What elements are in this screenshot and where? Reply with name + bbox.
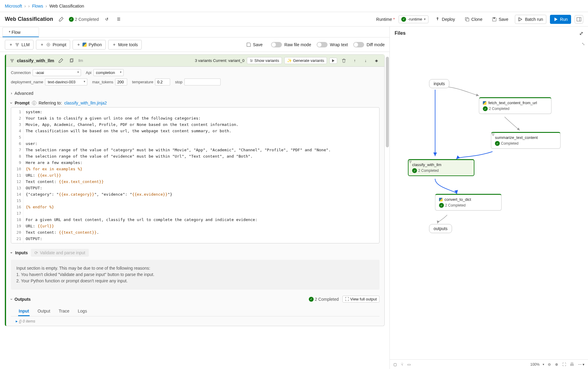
prompt-editor[interactable]: 123456789101112131415161718192021 system… [11, 107, 380, 243]
deployment-select[interactable]: text-davinci-003 [45, 79, 87, 85]
connection-select[interactable]: -aoai [33, 69, 81, 76]
save-button[interactable]: Save [489, 15, 511, 24]
check-icon: ✓ [495, 141, 500, 146]
wrap-text-toggle[interactable] [317, 42, 328, 47]
edit-icon[interactable] [57, 56, 65, 65]
graph-footer: ▢ ☟ ▭ 100% ▾ ⊖ ⊕ ⛶ 品 ⋯ ▾ [390, 359, 588, 369]
python-icon [483, 101, 486, 105]
maxtokens-input[interactable] [115, 79, 127, 85]
generate-variants-button[interactable]: ✨ Generate variants [284, 57, 327, 64]
svg-rect-2 [493, 18, 495, 19]
play-icon[interactable] [329, 58, 337, 64]
more-icon[interactable]: ⋯ ▾ [577, 362, 585, 367]
chevron-down-icon[interactable]: ▾ [543, 363, 544, 366]
chevron-right-icon: › [46, 4, 47, 8]
breadcrumb-current: Web Classification [49, 4, 84, 8]
zoom-in-icon[interactable]: ⊕ [554, 362, 559, 367]
deploy-button[interactable]: Deploy [432, 15, 458, 24]
layout-icon[interactable]: 品 [570, 361, 574, 367]
node-type-label: llm [78, 59, 83, 63]
add-prompt-button[interactable]: ＋ Prompt [36, 40, 70, 50]
svg-point-26 [411, 161, 412, 162]
batch-run-button[interactable]: Batch run [515, 15, 546, 24]
api-select[interactable]: completion [93, 69, 124, 76]
add-llm-button[interactable]: ＋ LLM [5, 40, 34, 50]
history-icon[interactable]: ↺ [102, 15, 111, 24]
check-icon: ✓ [412, 168, 417, 173]
tab-logs[interactable]: Logs [77, 307, 88, 316]
temperature-input[interactable] [155, 79, 170, 85]
inputs-section-header[interactable]: › Inputs ⟳ Validate and parse input [6, 246, 384, 260]
tab-output[interactable]: Output [37, 307, 51, 316]
edit-title-icon[interactable] [57, 15, 65, 24]
run-button[interactable]: Run [550, 15, 571, 24]
chevron-down-icon: ▾ [424, 17, 426, 21]
view-full-output-button[interactable]: ⛶ View full output [342, 296, 380, 303]
svg-point-22 [492, 133, 493, 134]
zoom-out-icon[interactable]: ⊖ [547, 362, 551, 367]
svg-point-14 [11, 61, 13, 62]
toolbar: ＋ LLM ＋ Prompt ＋ Python ＋ More tools Sav… [0, 37, 389, 52]
more-tools-button[interactable]: ＋ More tools [108, 40, 142, 50]
show-variants-button[interactable]: Show variants [247, 57, 282, 64]
arrow-down-icon[interactable]: ↓ [361, 56, 370, 65]
save-flow-button[interactable]: Save [243, 40, 266, 49]
graph-node-summarize[interactable]: summarize_text_content ✓Completed [491, 132, 561, 149]
zoom-level: 100% [530, 362, 540, 367]
check-icon: ✓ [401, 17, 406, 22]
svg-point-25 [409, 161, 410, 162]
list-icon[interactable]: ☰ [115, 15, 123, 24]
tab-trace[interactable]: Trace [58, 307, 70, 316]
advanced-accordion[interactable]: › Advanced [6, 88, 384, 99]
screen-icon[interactable]: ▭ [407, 362, 411, 367]
expand-icon[interactable]: ⤢ [579, 30, 583, 36]
chevron-right-icon: › [24, 4, 26, 8]
add-python-button[interactable]: ＋ Python [73, 40, 106, 50]
validate-input-button[interactable]: ⟳ Validate and parse input [31, 249, 89, 257]
raw-file-toggle[interactable] [271, 42, 282, 47]
check-icon: ✓ [69, 17, 74, 22]
outputs-section-header[interactable]: › Outputs ✓2 Completed ⛶ View full outpu… [6, 293, 384, 305]
graph-inputs-node[interactable]: inputs [429, 79, 449, 88]
chevron-right-icon: › [11, 91, 12, 95]
fit-icon[interactable]: ⛶ [562, 362, 567, 367]
image-icon[interactable]: ▢ [393, 362, 397, 367]
tab-flow[interactable]: * Flow [2, 27, 39, 37]
runtime-label: Runtime * [376, 17, 395, 22]
panel-icon[interactable] [575, 15, 583, 24]
prompt-accordion[interactable]: › Prompt i Referring to: classify_with_l… [6, 99, 384, 107]
llm-icon [409, 160, 412, 164]
scrollbar[interactable] [386, 57, 389, 147]
delete-icon[interactable] [340, 56, 348, 65]
svg-point-24 [493, 135, 494, 136]
graph-canvas[interactable]: ⤡ inputs fetch_text_content_from_url [390, 40, 588, 359]
svg-point-19 [250, 59, 251, 60]
graph-node-convert[interactable]: convert_to_dict ✓2 Completed [435, 194, 502, 210]
referring-file-link[interactable]: classify_with_llm.jinja2 [64, 101, 107, 105]
graph-node-fetch[interactable]: fetch_text_content_from_url ✓2 Completed [479, 97, 551, 114]
llm-icon [491, 133, 495, 136]
check-icon: ✓ [439, 203, 444, 208]
copy-icon[interactable] [67, 56, 76, 65]
graph-node-classify[interactable]: classify_with_llm ✓2 Completed [408, 159, 474, 176]
locate-icon[interactable]: ◈ [372, 56, 381, 65]
breadcrumb-flows[interactable]: Flows [32, 4, 43, 8]
svg-point-23 [493, 133, 494, 134]
clone-button[interactable]: Clone [462, 15, 486, 24]
stop-input[interactable] [184, 79, 221, 85]
svg-point-11 [48, 44, 49, 45]
diff-mode-toggle[interactable] [353, 42, 364, 47]
svg-point-7 [17, 45, 18, 46]
raw-file-label: Raw file mode [284, 42, 311, 47]
runtime-selector[interactable]: ✓ -runtime ▾ [399, 15, 429, 23]
arrow-up-icon[interactable]: ↑ [351, 56, 359, 65]
graph-outputs-node[interactable]: outputs [429, 224, 452, 233]
deployment-label: deployment_name [11, 80, 43, 84]
tab-input[interactable]: Input [18, 307, 30, 316]
output-content: ▸ {} 0 items [6, 316, 384, 326]
chevron-right-icon: › [28, 4, 30, 8]
breadcrumb-root[interactable]: Microsoft [5, 4, 22, 8]
inputs-empty-message: Input section is empty. This may be due … [11, 260, 380, 290]
cursor-icon[interactable]: ☟ [400, 362, 404, 367]
referring-label: Referring to: [39, 101, 62, 105]
